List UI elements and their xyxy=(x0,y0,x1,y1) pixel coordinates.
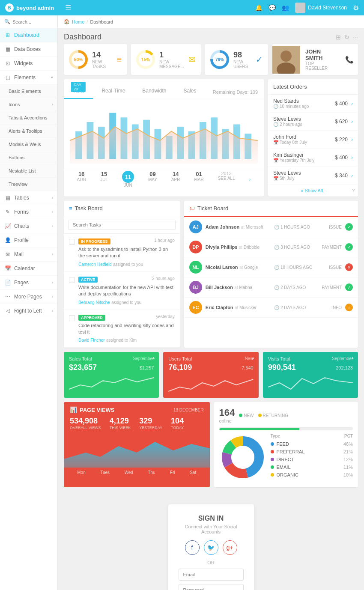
chart-next-arrow[interactable]: › xyxy=(249,177,251,182)
tab-bandwidth[interactable]: Bandwidth xyxy=(134,83,175,99)
phone-icon[interactable]: 📞 xyxy=(341,51,358,68)
ticket-avatar-4: EC xyxy=(189,301,202,314)
sidebar-item-elements[interactable]: ◫ Elements ▾ xyxy=(0,71,57,85)
stat-info-tasks: 14 NEW TASKS xyxy=(92,51,112,69)
ticket-name-0: Adam Johnson xyxy=(206,224,239,229)
messages-icon: ✉ xyxy=(188,54,196,65)
layout: 🔍 ⊞ Dashboard ▦ Data Boxes ⊡ Widgets ◫ E… xyxy=(0,15,364,590)
order-arrow-2[interactable]: › xyxy=(351,137,353,143)
password-field[interactable] xyxy=(179,584,244,590)
sidebar-item-label: Elements xyxy=(14,74,36,80)
sidebar-item-databoxes[interactable]: ▦ Data Boxes xyxy=(0,42,57,57)
signin-social: f 🐦 g+ xyxy=(179,540,244,555)
sidebar-item-label: Buttons xyxy=(9,155,24,160)
sidebar-item-label: Profile xyxy=(14,237,29,243)
user-profile[interactable]: David Stevenson xyxy=(295,3,347,13)
sidebar-item-nestable[interactable]: Nestable List xyxy=(0,164,57,178)
chat-icon[interactable]: 💬 xyxy=(269,4,276,11)
hamburger-icon[interactable]: ☰ xyxy=(65,4,71,12)
sidebar-item-alerts[interactable]: Alerts & Tooltips xyxy=(0,125,57,138)
ticket-company-0: Microsoft xyxy=(246,225,263,229)
date-jun[interactable]: 11 JUN xyxy=(122,171,134,188)
order-arrow-0[interactable]: › xyxy=(351,101,353,107)
sidebar-item-icons[interactable]: Icons › xyxy=(0,98,57,111)
sidebar-item-widgets[interactable]: ⊡ Widgets xyxy=(0,57,57,71)
task-checkbox-1[interactable] xyxy=(69,277,75,283)
sidebar-item-modals[interactable]: Modals & Wells xyxy=(0,138,57,151)
twitter-button[interactable]: 🐦 xyxy=(204,540,218,555)
sidebar-item-basic-elements[interactable]: Basic Elements xyxy=(0,85,57,98)
ticket-company-3: Mabna xyxy=(239,285,252,290)
breadcrumb-home[interactable]: Home xyxy=(72,19,84,24)
bell-icon[interactable]: 🔔 xyxy=(255,4,263,11)
sidebar-item-buttons[interactable]: Buttons xyxy=(0,151,57,164)
date-apr[interactable]: 14 APR xyxy=(171,171,180,188)
order-arrow-4[interactable]: › xyxy=(351,173,353,179)
task-assignee-1[interactable]: Behrang Nitsche xyxy=(78,300,110,305)
sidebar-item-profile[interactable]: 👤 Profile xyxy=(0,233,57,247)
nav-right: 🔔 💬 👥 David Stevenson ⚙ xyxy=(255,3,359,13)
users-icon[interactable]: 👥 xyxy=(282,4,289,11)
task-checkbox-2[interactable] xyxy=(69,315,75,321)
sidebar-item-mail[interactable]: ✉ Mail › xyxy=(0,247,57,262)
show-all-orders[interactable]: » Show All ? xyxy=(268,185,358,197)
date-jul[interactable]: 15 JUL xyxy=(100,171,108,188)
pv-header: 📊 PAGE VIEWS 13 DECEMBER xyxy=(70,406,204,413)
tab-sales[interactable]: Sales xyxy=(175,83,205,99)
refresh-icon[interactable]: ↻ xyxy=(344,34,349,41)
mc-date-sales: September xyxy=(133,356,154,361)
sidebar-item-treeview[interactable]: Treeview xyxy=(0,178,57,191)
username: David Stevenson xyxy=(308,5,347,11)
order-arrow-3[interactable]: › xyxy=(351,155,353,161)
task-assignee-0[interactable]: Cameron Hetfield xyxy=(78,262,112,267)
sidebar-item-tables[interactable]: ▤ Tables › xyxy=(0,191,57,205)
mail-icon: ✉ xyxy=(4,251,11,257)
sidebar-item-rtl[interactable]: ◁ Right to Left › xyxy=(0,304,57,318)
search-input[interactable] xyxy=(12,19,53,24)
new-dot: NEW xyxy=(239,413,254,418)
ticket-name-1: Divyia Phillips xyxy=(206,244,238,250)
sidebar-item-pages[interactable]: 📄 Pages › xyxy=(0,276,57,290)
task-assignee-2[interactable]: David Fincher xyxy=(78,338,105,343)
task-checkbox-0[interactable] xyxy=(69,239,75,245)
grid-icon[interactable]: ⊞ xyxy=(336,34,341,41)
chart-footer: 16 AUG 15 JUL 11 JUN 09 MAY xyxy=(64,168,264,192)
tab-realtime[interactable]: Real-Time xyxy=(93,83,134,99)
google-plus-button[interactable]: g+ xyxy=(223,540,237,555)
legend-pct-preferral: 21% xyxy=(343,449,353,454)
facebook-button[interactable]: f xyxy=(185,540,200,555)
more-icon[interactable]: ··· xyxy=(353,34,358,41)
date-year[interactable]: 2013 SEE ALL xyxy=(218,171,235,188)
chevron-right-icon: › xyxy=(52,295,53,299)
returning-dot: RETURNING xyxy=(258,413,288,418)
sidebar-item-forms[interactable]: ✎ Forms › xyxy=(0,205,57,219)
task-search-input[interactable] xyxy=(68,220,176,230)
date-mar[interactable]: 01 MAR xyxy=(194,171,203,188)
legend-label-organic: ORGANIC xyxy=(277,472,298,477)
order-arrow-1[interactable]: › xyxy=(351,119,353,125)
sidebar-item-more-pages[interactable]: ⋯ More Pages › xyxy=(0,290,57,304)
email-field[interactable] xyxy=(179,569,244,581)
task-search-wrap xyxy=(64,216,180,234)
calendar-icon: 📅 xyxy=(4,265,11,271)
gear-icon[interactable]: ⚙ xyxy=(353,4,359,12)
ticket-board-title: Ticket Board xyxy=(197,205,229,212)
signin-card: SIGN IN Connect with Your Social Account… xyxy=(168,504,254,590)
tab-visits[interactable]: DAY 20 Visits xyxy=(64,79,93,99)
order-amount-3: $ 400 xyxy=(335,155,348,161)
ticket-info-3: Bill Jackson at Mabna xyxy=(206,284,271,290)
sidebar-item-dashboard[interactable]: ⊞ Dashboard xyxy=(0,28,57,42)
legend-pct-organic: 10% xyxy=(343,472,353,477)
ticket-time-2: 🕐 18 HOURS AGO xyxy=(274,265,313,270)
date-may[interactable]: 09 MAY xyxy=(148,171,157,188)
date-aug[interactable]: 16 AUG xyxy=(77,171,87,188)
brand-logo[interactable]: B beyond admin xyxy=(5,3,61,12)
chevron-right-icon: › xyxy=(52,102,53,107)
ticket-avatar-1: DP xyxy=(189,241,202,253)
sidebar-item-tabs[interactable]: Tabs & Accordions xyxy=(0,111,57,125)
sidebar-item-charts[interactable]: 📈 Charts › xyxy=(0,219,57,233)
sidebar-item-calendar[interactable]: 📅 Calendar xyxy=(0,262,57,276)
ticket-board-header: 🏷 Ticket Board xyxy=(184,201,358,217)
email-dot xyxy=(271,465,274,469)
stat-card-tasks: 50% 14 NEW TASKS ≡ xyxy=(64,44,127,75)
